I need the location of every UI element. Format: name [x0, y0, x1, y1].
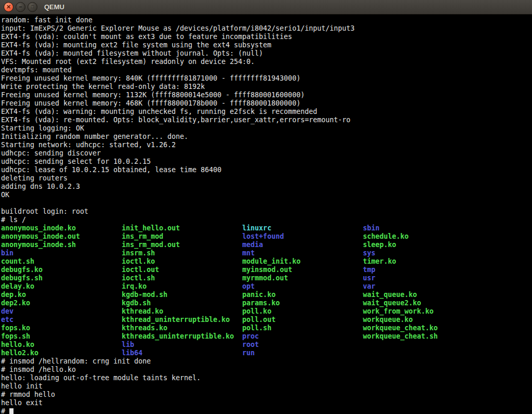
file-name: usr: [363, 274, 376, 282]
file-name: kthread.ko: [122, 307, 242, 315]
terminal-line: random: fast init done: [1, 16, 532, 24]
file-name: poll.out: [242, 316, 363, 324]
file-name: insrm.sh: [122, 249, 242, 257]
minimize-icon: −: [19, 4, 22, 10]
titlebar[interactable]: ✕ − □ QEMU: [0, 0, 532, 15]
file-name: poll.ko: [242, 307, 363, 315]
terminal-line: buildroot login: root: [1, 208, 532, 216]
terminal-line: dep2.ko kgdb.sh params.ko wait_queue2.ko: [1, 299, 532, 307]
terminal-line: EXT4-fs (vda): warning: mounting uncheck…: [1, 108, 532, 116]
terminal-line: Write protecting the kernel read-only da…: [1, 83, 532, 91]
terminal-line: count.sh ioctl.ko module_init.ko timer.k…: [1, 257, 532, 266]
terminal-line: bin insrm.sh mnt sys: [1, 249, 532, 257]
terminal-line: #: [1, 407, 532, 414]
terminal-text: udhcpc: lease of 10.0.2.15 obtained, lea…: [1, 166, 221, 174]
file-name: lib64: [122, 349, 242, 357]
terminal[interactable]: random: fast init doneinput: ImExPS/2 Ge…: [0, 15, 532, 414]
terminal-line: debugfs.sh ioctl.sh myrmmod.out usr: [1, 274, 532, 282]
file-name: work_from_work.ko: [363, 307, 434, 315]
file-name: sbin: [363, 224, 380, 232]
terminal-text: Freeing unused kernel memory: 468K (ffff…: [1, 99, 300, 107]
file-name: kthreads.ko: [122, 324, 242, 332]
file-name: ins_rm_mod: [122, 232, 242, 240]
terminal-line: hello init: [1, 382, 532, 391]
file-name: delay.ko: [1, 282, 122, 290]
terminal-text: Freeing unused kernel memory: 1132K (fff…: [1, 91, 304, 99]
close-button[interactable]: ✕: [4, 2, 14, 12]
terminal-text: Initializing random number generator... …: [1, 133, 188, 140]
file-name: ioctl.out: [122, 266, 242, 274]
file-name: workqueue.ko: [363, 316, 413, 324]
file-name: dep.ko: [1, 291, 122, 299]
terminal-text: random: fast init done: [1, 16, 92, 24]
file-name: dev: [1, 307, 122, 315]
file-name: hello2.ko: [1, 349, 122, 357]
terminal-text: # rmmod hello: [1, 391, 55, 398]
file-name: run: [242, 349, 255, 357]
terminal-line: EXT4-fs (vda): mounting ext2 file system…: [1, 41, 532, 49]
terminal-line: anonymous_inode.ko init_hello.out linuxr…: [1, 224, 532, 232]
terminal-line: Starting network: udhcpc: started, v1.26…: [1, 141, 532, 149]
terminal-line: fops.ko kthreads.ko poll.sh workqueue_ch…: [1, 324, 532, 332]
file-name: schedule.ko: [363, 232, 409, 240]
terminal-line: dev kthread.ko poll.ko work_from_work.ko: [1, 307, 532, 316]
terminal-line: etc kthread_uninterruptible.ko poll.out …: [1, 316, 532, 324]
terminal-line: dep.ko kgdb-mod.sh panic.ko wait_queue.k…: [1, 291, 532, 299]
file-name: anonymous_inode.sh: [1, 241, 122, 249]
window-title: QEMU: [44, 3, 64, 11]
terminal-line: Initializing random number generator... …: [1, 133, 532, 141]
terminal-line: # insmod /hello.ko: [1, 366, 532, 374]
terminal-line: input: ImExPS/2 Generic Explorer Mouse a…: [1, 24, 532, 33]
file-name: root: [242, 341, 259, 348]
file-name: kgdb-mod.sh: [122, 291, 242, 299]
terminal-line: udhcpc: sending discover: [1, 149, 532, 158]
minimize-button[interactable]: −: [16, 2, 25, 12]
terminal-text: udhcpc: sending discover: [1, 149, 101, 157]
file-name: tmp: [363, 266, 376, 274]
file-name: workqueue_cheat.ko: [363, 324, 438, 332]
file-name: etc: [1, 316, 122, 324]
file-name: init_hello.out: [122, 224, 242, 232]
file-name: ioctl.ko: [122, 257, 242, 265]
file-name: kgdb.sh: [122, 299, 242, 307]
terminal-text: Starting network: udhcpc: started, v1.26…: [1, 141, 176, 149]
terminal-line: EXT4-fs (vda): couldn't mount as ext3 du…: [1, 33, 532, 41]
file-name: fops.ko: [1, 324, 122, 332]
terminal-line: # rmmod hello: [1, 391, 532, 399]
file-name: lib: [122, 341, 242, 348]
terminal-text: # ls /: [1, 216, 26, 224]
terminal-text: EXT4-fs (vda): re-mounted. Opts: block_v…: [1, 116, 350, 124]
terminal-text: hello exit: [1, 399, 43, 407]
file-name: module_init.ko: [242, 257, 363, 265]
file-name: hello.ko: [1, 341, 122, 348]
file-name: workqueue_cheat.sh: [363, 332, 438, 340]
terminal-line: Freeing unused kernel memory: 468K (ffff…: [1, 99, 532, 108]
close-icon: ✕: [6, 4, 11, 10]
file-name: var: [363, 282, 376, 290]
file-name: irq.ko: [122, 282, 242, 290]
terminal-line: devtmpfs: mounted: [1, 66, 532, 74]
terminal-line: Starting logging: OK: [1, 124, 532, 133]
terminal-text: VFS: Mounted root (ext2 filesystem) read…: [1, 58, 255, 66]
terminal-line: hello exit: [1, 399, 532, 407]
file-name: count.sh: [1, 257, 122, 265]
file-name: media: [242, 241, 363, 249]
file-name: linuxrc: [242, 224, 363, 232]
file-name: myinsmod.out: [242, 266, 363, 274]
terminal-text: #: [1, 407, 9, 414]
file-name: opt: [242, 282, 363, 290]
terminal-text: hello: loading out-of-tree module taints…: [1, 374, 201, 382]
file-name: timer.ko: [363, 257, 396, 265]
file-name: kthreads_uninterruptible.ko: [122, 332, 242, 340]
terminal-line: # insmod /hellrandom: crng init done: [1, 357, 532, 366]
file-name: panic.ko: [242, 291, 363, 299]
terminal-text: EXT4-fs (vda): mounting ext2 file system…: [1, 41, 271, 49]
terminal-text: adding dns 10.0.2.3: [1, 183, 80, 190]
file-name: debugfs.ko: [1, 266, 122, 274]
terminal-line: debugfs.ko ioctl.out myinsmod.out tmp: [1, 266, 532, 274]
maximize-button[interactable]: □: [28, 2, 37, 12]
terminal-line: udhcpc: sending select for 10.0.2.15: [1, 158, 532, 166]
terminal-text: EXT4-fs (vda): mounted filesystem withou…: [1, 49, 263, 57]
file-name: wait_queue.ko: [363, 291, 417, 299]
terminal-line: hello2.ko lib64 run: [1, 349, 532, 357]
